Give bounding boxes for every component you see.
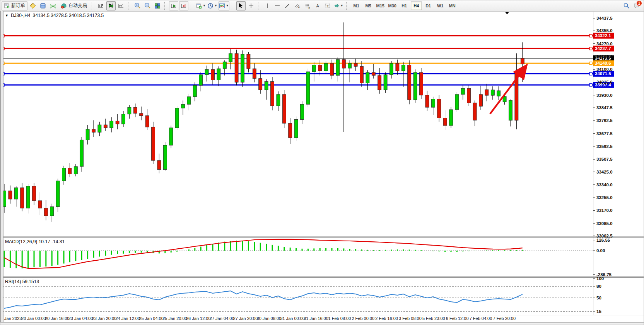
macd-axis-tick: 126.55 <box>596 238 610 242</box>
trendline-icon <box>284 3 290 9</box>
new-chart-button[interactable]: ▼ <box>195 1 206 10</box>
indicators-button[interactable]: ▼ <box>219 1 229 10</box>
line-chart-button[interactable] <box>116 1 126 10</box>
new-order-button[interactable]: 新订单 <box>2 1 27 10</box>
chart-shift-button[interactable] <box>179 1 188 10</box>
date-axis-label: 26 Jan 12:00 <box>186 316 211 321</box>
candlestick-chart-button[interactable] <box>106 1 116 10</box>
price-axis-tick: 33085.0 <box>596 221 613 226</box>
tile-windows-icon <box>154 3 161 9</box>
main-toolbar: 新订单 自动交易 <box>0 0 644 11</box>
ohlc-values-label: 34134.5 34278.5 34018.5 34173.5 <box>33 13 104 18</box>
toolbar-separator <box>191 2 193 10</box>
tile-windows-button[interactable] <box>153 1 162 10</box>
collapse-triangle-icon[interactable]: ▼ <box>5 14 9 17</box>
line-chart-icon <box>118 3 124 9</box>
price-axis-tick: 33847.5 <box>596 105 613 110</box>
price-axis-tick: 34355.0 <box>596 28 613 33</box>
toolbar-separator <box>164 2 167 10</box>
toolbar-separator <box>232 2 234 10</box>
fibo-letter: F <box>309 7 310 9</box>
timeframe-h1-button[interactable]: H1 <box>399 2 410 10</box>
date-axis-label: 1 Feb 08:00 <box>328 316 351 321</box>
timeframe-m30-button[interactable]: M30 <box>387 2 398 10</box>
chevron-down-icon: ▼ <box>214 4 217 7</box>
chevron-down-icon: ▼ <box>340 4 343 7</box>
rsi-axis-tick: 50 <box>596 296 601 300</box>
date-axis-label: 30 Jan 08:00 <box>257 316 282 321</box>
price-axis-tick: 33340.0 <box>596 182 613 187</box>
auto-scroll-icon <box>171 3 177 9</box>
market-watch-button[interactable] <box>28 1 38 10</box>
timeframe-m15-button[interactable]: M15 <box>375 2 386 10</box>
vertical-line-tool-button[interactable] <box>263 1 272 10</box>
horizontal-line-tool-button[interactable] <box>273 1 282 10</box>
timeframe-h4-button[interactable]: H4 <box>411 2 422 10</box>
chart-shift-marker[interactable] <box>505 12 509 14</box>
equidistant-channel-icon: E <box>294 3 301 9</box>
autotrading-label: 自动交易 <box>68 2 87 9</box>
price-axis-tick: 33592.5 <box>596 144 613 149</box>
level-price-badge: 34237.7 <box>595 46 611 51</box>
price-axis-tick: 33507.5 <box>596 157 613 162</box>
candlestick-chart-icon <box>108 3 114 9</box>
date-axis-label: 25 Jan 04:00 <box>139 316 164 321</box>
resistance-line[interactable]: 34322.1 <box>2 33 614 39</box>
signals-icon <box>50 3 56 9</box>
date-axis-label: 2 Feb 16:00 <box>375 316 398 321</box>
chevron-down-icon: ▼ <box>226 4 229 7</box>
equidistant-channel-tool-button[interactable]: E <box>293 1 302 10</box>
date-axis-label: 27 Jan 04:00 <box>210 316 234 321</box>
zoom-in-button[interactable] <box>133 1 142 10</box>
clock-icon <box>207 3 214 9</box>
channel-letter: E <box>298 6 300 9</box>
search-button[interactable] <box>622 1 631 10</box>
data-window-icon <box>40 3 46 9</box>
signals-button[interactable] <box>48 1 58 10</box>
timeframe-d1-button[interactable]: D1 <box>423 2 434 10</box>
text-tool-button[interactable]: A <box>313 1 322 10</box>
date-axis-label: 3 Feb 08:00 <box>399 316 422 321</box>
symbol-period-label: DJ30-,H4 <box>11 13 31 18</box>
level-price-badge: 34071.5 <box>595 71 611 76</box>
date-axis-label: 31 Jan 16:00 <box>304 316 328 321</box>
zoom-out-button[interactable] <box>143 1 152 10</box>
rsi-axis-tick: 80 <box>596 284 601 289</box>
fibonacci-tool-button[interactable]: F <box>303 1 312 10</box>
rsi-line <box>4 291 523 308</box>
date-axis-label: 7 Feb 04:00 <box>470 316 492 321</box>
indicators-icon <box>219 3 225 9</box>
fibonacci-icon: F <box>304 3 311 9</box>
price-axis-tick: 33930.0 <box>596 93 613 98</box>
autotrading-button[interactable]: 自动交易 <box>58 1 89 10</box>
bar-chart-button[interactable] <box>96 1 106 10</box>
axes-layer <box>0 12 644 315</box>
price-axis-tick: 33677.5 <box>596 131 613 136</box>
timeframe-m5-button[interactable]: M5 <box>363 2 374 10</box>
rsi-indicator-label: RSI(14) 59.1513 <box>5 279 39 284</box>
auto-scroll-button[interactable] <box>169 1 178 10</box>
date-axis-label: 23 Jan 04:00 <box>68 316 93 321</box>
notifications-button[interactable]: 1 <box>632 1 641 10</box>
macd-indicator-label: MACD(12,26,9) 10.17 -14.31 <box>5 239 65 244</box>
data-window-button[interactable] <box>38 1 48 10</box>
left-splitter[interactable] <box>0 11 3 322</box>
chart-canvas[interactable]: 34322.134237.734173.534140.634071.533997… <box>0 0 644 325</box>
cursor-tool-button[interactable] <box>236 1 246 10</box>
date-axis-label: 20 Jan 00:00 <box>21 316 46 321</box>
timeframe-mn-button[interactable]: MN <box>447 2 458 10</box>
crosshair-tool-button[interactable] <box>246 1 256 10</box>
date-axis-label: 2 Feb 00:00 <box>352 316 374 321</box>
rsi-axis-tick: 100 <box>596 276 604 281</box>
arrows-tool-button[interactable]: ▼ <box>333 1 344 10</box>
price-axis-tick: 33762.5 <box>596 118 613 123</box>
autotrading-icon <box>61 3 67 9</box>
timeframe-m1-button[interactable]: M1 <box>351 2 362 10</box>
vertical-line-icon <box>264 3 270 9</box>
periods-button[interactable]: ▼ <box>207 1 218 10</box>
date-axis-label: 20 Jan 16:00 <box>45 316 70 321</box>
trendline-tool-button[interactable] <box>283 1 292 10</box>
date-axis-label: 6 Feb 12:00 <box>446 316 469 321</box>
timeframe-w1-button[interactable]: W1 <box>435 2 446 10</box>
text-label-tool-button[interactable]: T <box>323 1 332 10</box>
